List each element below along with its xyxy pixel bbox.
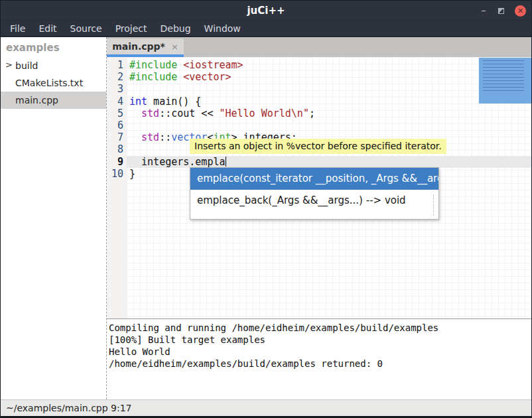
project-name-label: examples [1, 37, 106, 57]
chevron-right-icon[interactable]: > [5, 60, 13, 70]
tree-item-label: main.cpp [15, 95, 58, 105]
code-token [129, 131, 141, 143]
line-number-gutter: 12345678910 [107, 57, 127, 318]
completion-item[interactable]: emplace_back(_Args &&__args...) --> void [190, 190, 438, 212]
statusbar: ~/examples/main.cpp 9:17 [1, 399, 531, 417]
tree-item-label: build [15, 60, 38, 71]
output-line: Compiling and running /home/eidheim/exam… [109, 322, 530, 334]
line-number: 7 [107, 131, 123, 143]
code-token: main() { [147, 96, 201, 107]
code-line[interactable]: std::cout << "Hello World\n"; [127, 107, 531, 119]
code-line[interactable]: integers.empla [127, 156, 531, 168]
doc-tooltip: Inserts an object in %vector before spec… [190, 139, 446, 154]
text-cursor [226, 157, 226, 167]
code-token: :: [159, 131, 171, 143]
editor-pane: main.cpp* × 12345678910 #include <iostre… [107, 37, 531, 399]
titlebar[interactable]: juCi++ – ✕ [1, 1, 531, 21]
file-tree-sidebar: examples >buildCMakeLists.txtmain.cpp [1, 37, 107, 399]
code-token: } [129, 168, 135, 180]
output-line: [100%] Built target examples [109, 334, 530, 346]
minimap-code-lines [483, 60, 524, 94]
line-number: 1 [107, 59, 123, 71]
file-tree: >buildCMakeLists.txtmain.cpp [1, 57, 106, 109]
maximize-icon[interactable] [498, 8, 504, 14]
code-token: #include [129, 71, 183, 83]
tab-label: main.cpp* [112, 41, 165, 52]
code-editor[interactable]: 12345678910 #include <iostream>#include … [107, 57, 531, 318]
line-number: 3 [107, 83, 123, 95]
output-line: /home/eidheim/examples/build/examples re… [109, 358, 530, 370]
source-minimap[interactable] [479, 58, 531, 104]
tree-item-main-cpp[interactable]: main.cpp [1, 92, 106, 109]
code-token: <iostream> [183, 59, 243, 71]
line-number: 8 [107, 143, 123, 155]
code-line[interactable]: int main() { [127, 96, 531, 107]
code-token [129, 107, 141, 119]
tab-main-cpp[interactable]: main.cpp* × [107, 38, 184, 54]
line-number: 6 [107, 119, 123, 131]
line-number: 5 [107, 107, 123, 119]
code-token: <vector> [183, 71, 231, 83]
tree-item-cmakelists-txt[interactable]: CMakeLists.txt [1, 74, 106, 92]
code-token: #include [129, 59, 183, 71]
tabbar: main.cpp* × [107, 37, 531, 57]
content: examples >buildCMakeLists.txtmain.cpp ma… [1, 37, 531, 399]
window-controls: – ✕ [480, 1, 526, 21]
window-title: juCi++ [1, 5, 531, 17]
code-token: "Hello World\n" [219, 107, 308, 119]
menu-item-edit[interactable]: Edit [32, 22, 63, 35]
completion-item[interactable]: emplace(const_iterator __position, _Args… [190, 168, 438, 190]
tree-item-build[interactable]: >build [1, 57, 106, 74]
tree-item-label: CMakeLists.txt [15, 78, 83, 88]
code-token: int [129, 96, 147, 107]
menu-item-project[interactable]: Project [109, 22, 154, 35]
popup-scrollbar[interactable] [433, 194, 434, 216]
menu-item-source[interactable]: Source [64, 22, 109, 35]
code-token: ::cout << [159, 107, 219, 119]
menubar: FileEditSourceProjectDebugWindow [1, 21, 531, 37]
autocomplete-popup[interactable]: emplace(const_iterator __position, _Args… [190, 167, 439, 220]
build-output-panel[interactable]: Compiling and running /home/eidheim/exam… [107, 318, 531, 399]
code-token: std [141, 107, 159, 119]
status-file-position: ~/examples/main.cpp 9:17 [6, 403, 132, 413]
code-token: std [141, 131, 159, 143]
code-line[interactable] [127, 83, 531, 95]
menu-item-file[interactable]: File [3, 22, 32, 35]
line-number: 10 [107, 168, 123, 180]
tab-close-icon[interactable]: × [171, 42, 178, 52]
close-icon[interactable]: ✕ [515, 5, 526, 17]
minimize-icon[interactable]: – [480, 7, 488, 15]
code-line[interactable] [127, 119, 531, 131]
menu-item-debug[interactable]: Debug [154, 22, 198, 35]
code-line[interactable]: #include <iostream> [127, 59, 531, 71]
code-token: integers.empla [129, 156, 226, 168]
menu-item-window[interactable]: Window [198, 22, 247, 35]
app-window: juCi++ – ✕ FileEditSourceProjectDebugWin… [0, 0, 532, 418]
code-line[interactable]: #include <vector> [127, 71, 531, 83]
line-number: 2 [107, 71, 123, 83]
output-line: Hello World [109, 346, 530, 358]
line-number: 4 [107, 96, 123, 107]
code-token: ; [309, 107, 315, 119]
line-number: 9 [107, 156, 123, 168]
